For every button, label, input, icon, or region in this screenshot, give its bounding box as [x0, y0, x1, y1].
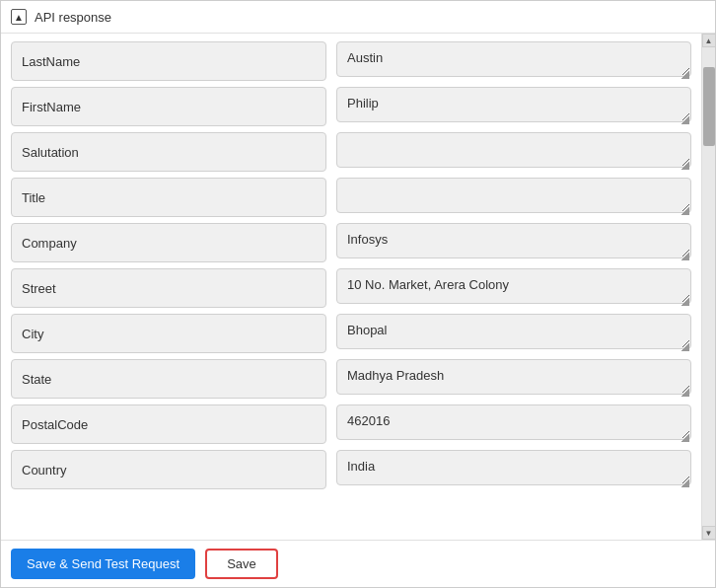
- form-row: FirstName: [11, 87, 691, 126]
- content-area: LastNameFirstNameSalutationTitleCompanyS…: [1, 34, 715, 540]
- field-label-street: Street: [11, 268, 326, 308]
- form-row: Company: [11, 223, 691, 262]
- scroll-up-button[interactable]: ▲: [702, 34, 716, 47]
- field-value-wrapper-street: [336, 268, 691, 308]
- panel-title: API response: [35, 10, 111, 25]
- form-row: Salutation: [11, 132, 691, 172]
- scroll-thumb[interactable]: [703, 67, 715, 146]
- field-input-salutation[interactable]: [336, 132, 691, 168]
- field-value-wrapper-company: [336, 223, 691, 262]
- field-value-wrapper-title: [336, 178, 691, 217]
- field-input-firstname[interactable]: [336, 87, 691, 122]
- field-label-state: State: [11, 359, 326, 399]
- form-row: Title: [11, 178, 691, 217]
- field-label-lastname: LastName: [11, 41, 326, 81]
- scrollbar: ▲ ▼: [701, 34, 715, 540]
- field-value-wrapper-city: [336, 314, 691, 353]
- field-value-wrapper-state: [336, 359, 691, 399]
- form-row: City: [11, 314, 691, 353]
- field-input-postalcode[interactable]: [336, 404, 691, 440]
- field-input-state[interactable]: [336, 359, 691, 395]
- save-send-button[interactable]: Save & Send Test Request: [11, 549, 195, 579]
- form-scroll-container[interactable]: LastNameFirstNameSalutationTitleCompanyS…: [1, 34, 701, 540]
- field-value-wrapper-country: [336, 450, 691, 489]
- field-value-wrapper-lastname: [336, 41, 691, 81]
- form-row: State: [11, 359, 691, 399]
- panel-header: ▲ API response: [1, 1, 715, 34]
- form-row: Country: [11, 450, 691, 489]
- field-input-city[interactable]: [336, 314, 691, 349]
- field-value-wrapper-firstname: [336, 87, 691, 126]
- field-input-street[interactable]: [336, 268, 691, 304]
- form-row: PostalCode: [11, 404, 691, 444]
- scroll-track[interactable]: [702, 47, 716, 526]
- field-label-firstname: FirstName: [11, 87, 326, 126]
- field-value-wrapper-salutation: [336, 132, 691, 172]
- panel-footer: Save & Send Test Request Save: [1, 540, 715, 587]
- save-button[interactable]: Save: [205, 549, 278, 579]
- form-rows: LastNameFirstNameSalutationTitleCompanyS…: [11, 41, 691, 489]
- field-label-company: Company: [11, 223, 326, 262]
- field-label-city: City: [11, 314, 326, 353]
- collapse-button[interactable]: ▲: [11, 9, 27, 25]
- form-row: LastName: [11, 41, 691, 81]
- field-input-title[interactable]: [336, 178, 691, 213]
- form-row: Street: [11, 268, 691, 308]
- field-label-title: Title: [11, 178, 326, 217]
- api-response-panel: ▲ API response LastNameFirstNameSalutati…: [0, 0, 716, 588]
- field-input-country[interactable]: [336, 450, 691, 485]
- field-label-salutation: Salutation: [11, 132, 326, 172]
- scroll-down-button[interactable]: ▼: [702, 526, 716, 540]
- field-label-country: Country: [11, 450, 326, 489]
- field-value-wrapper-postalcode: [336, 404, 691, 444]
- field-input-company[interactable]: [336, 223, 691, 258]
- field-input-lastname[interactable]: [336, 41, 691, 77]
- field-label-postalcode: PostalCode: [11, 404, 326, 444]
